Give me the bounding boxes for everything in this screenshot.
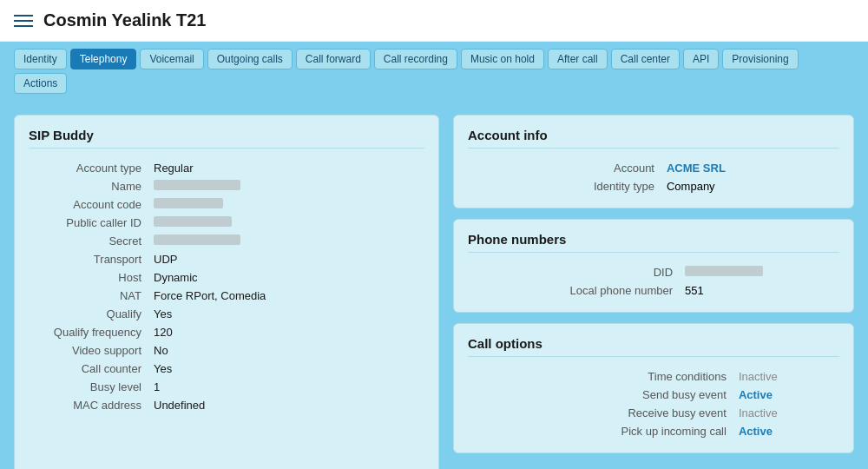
field-value: Undefined xyxy=(150,396,424,414)
header: Cosmin Yealink T21 xyxy=(0,0,868,42)
main-content: SIP Buddy Account typeRegularNameAccount… xyxy=(0,101,868,469)
table-row: Receive busy eventInactive xyxy=(468,404,839,422)
sip-buddy-card: SIP Buddy Account typeRegularNameAccount… xyxy=(14,115,439,469)
table-row: TransportUDP xyxy=(29,250,424,268)
field-value xyxy=(150,232,424,250)
table-row: DID xyxy=(468,263,839,281)
field-label: Qualify xyxy=(29,305,150,323)
local-phone-value: 551 xyxy=(681,281,839,300)
call-option-label: Receive busy event xyxy=(468,404,735,422)
did-label: DID xyxy=(468,263,681,281)
field-value: Force RPort, Comedia xyxy=(150,287,424,305)
tab-voicemail[interactable]: Voicemail xyxy=(140,49,203,69)
field-label: Account type xyxy=(29,159,150,177)
field-value: UDP xyxy=(150,250,424,268)
tab-after-call[interactable]: After call xyxy=(548,49,608,69)
account-info-card: Account info Account ACME SRL Identity t… xyxy=(453,115,854,208)
field-label: Secret xyxy=(29,232,150,250)
phone-numbers-table: DID Local phone number 551 xyxy=(468,263,839,300)
field-value: 120 xyxy=(150,323,424,341)
hamburger-icon[interactable] xyxy=(14,15,33,27)
tab-call-recording[interactable]: Call recording xyxy=(374,49,457,69)
local-phone-label: Local phone number xyxy=(468,281,681,300)
field-label: Account code xyxy=(29,195,150,214)
table-row: Video supportNo xyxy=(29,341,424,360)
tab-call-center[interactable]: Call center xyxy=(611,49,680,69)
phone-numbers-card: Phone numbers DID Local phone number 551 xyxy=(453,219,854,313)
field-value: No xyxy=(150,341,424,360)
field-label: Video support xyxy=(29,341,150,360)
account-info-title: Account info xyxy=(468,128,839,149)
field-value: 1 xyxy=(150,378,424,396)
table-row: Public caller ID xyxy=(29,214,424,232)
field-label: Host xyxy=(29,268,150,287)
field-label: Public caller ID xyxy=(29,214,150,232)
field-value xyxy=(150,214,424,232)
redacted-value xyxy=(154,234,240,245)
table-row: Busy level1 xyxy=(29,378,424,396)
table-row: Local phone number 551 xyxy=(468,281,839,300)
field-label: Call counter xyxy=(29,360,150,378)
account-value[interactable]: ACME SRL xyxy=(667,162,726,175)
field-value xyxy=(150,177,424,195)
field-value: Dynamic xyxy=(150,268,424,287)
tab-call-forward[interactable]: Call forward xyxy=(296,49,371,69)
field-value: Regular xyxy=(150,159,424,177)
table-row: Account typeRegular xyxy=(29,159,424,177)
redacted-value xyxy=(154,180,240,190)
call-option-label: Send busy event xyxy=(468,386,735,404)
table-row: Name xyxy=(29,177,424,195)
tabs-bar: IdentityTelephonyVoicemailOutgoing calls… xyxy=(0,42,868,101)
tab-identity[interactable]: Identity xyxy=(14,49,67,69)
table-row: Account ACME SRL xyxy=(468,159,839,177)
table-row: QualifyYes xyxy=(29,305,424,323)
identity-type-value: Company xyxy=(663,177,839,195)
table-row: Call counterYes xyxy=(29,360,424,378)
field-value: Yes xyxy=(150,305,424,323)
table-row: HostDynamic xyxy=(29,268,424,287)
field-value xyxy=(150,195,424,214)
call-options-table: Time conditionsInactiveSend busy eventAc… xyxy=(468,367,839,440)
call-options-card: Call options Time conditionsInactiveSend… xyxy=(453,323,854,453)
tab-provisioning[interactable]: Provisioning xyxy=(722,49,798,69)
account-info-table: Account ACME SRL Identity type Company xyxy=(468,159,839,195)
redacted-value xyxy=(154,216,232,227)
tab-api[interactable]: API xyxy=(683,49,719,69)
call-option-value: Inactive xyxy=(735,404,839,422)
redacted-value xyxy=(154,198,223,208)
table-row: Secret xyxy=(29,232,424,250)
sip-buddy-title: SIP Buddy xyxy=(29,128,424,149)
tab-music-on-hold[interactable]: Music on hold xyxy=(461,49,544,69)
field-value: Yes xyxy=(150,360,424,378)
table-row: Send busy eventActive xyxy=(468,386,839,404)
table-row: Pick up incoming callActive xyxy=(468,422,839,440)
tab-outgoing-calls[interactable]: Outgoing calls xyxy=(207,49,293,69)
field-label: Qualify frequency xyxy=(29,323,150,341)
call-options-title: Call options xyxy=(468,336,839,357)
field-label: MAC address xyxy=(29,396,150,414)
table-row: Qualify frequency120 xyxy=(29,323,424,341)
sip-buddy-section: SIP Buddy Account typeRegularNameAccount… xyxy=(14,115,439,469)
call-option-value: Active xyxy=(735,422,839,440)
field-label: Name xyxy=(29,177,150,195)
call-option-value: Inactive xyxy=(735,367,839,386)
call-option-value: Active xyxy=(735,386,839,404)
tab-actions[interactable]: Actions xyxy=(14,73,67,94)
field-label: NAT xyxy=(29,287,150,305)
did-value-redacted xyxy=(685,266,763,276)
page-title: Cosmin Yealink T21 xyxy=(43,10,207,30)
field-label: Busy level xyxy=(29,378,150,396)
call-option-label: Time conditions xyxy=(468,367,735,386)
tab-telephony[interactable]: Telephony xyxy=(70,49,137,69)
table-row: MAC addressUndefined xyxy=(29,396,424,414)
call-option-label: Pick up incoming call xyxy=(468,422,735,440)
table-row: Account code xyxy=(29,195,424,214)
account-label: Account xyxy=(468,159,663,177)
table-row: Time conditionsInactive xyxy=(468,367,839,386)
table-row: NATForce RPort, Comedia xyxy=(29,287,424,305)
table-row: Identity type Company xyxy=(468,177,839,195)
phone-numbers-title: Phone numbers xyxy=(468,232,839,253)
right-column: Account info Account ACME SRL Identity t… xyxy=(453,115,854,469)
identity-type-label: Identity type xyxy=(468,177,663,195)
field-label: Transport xyxy=(29,250,150,268)
